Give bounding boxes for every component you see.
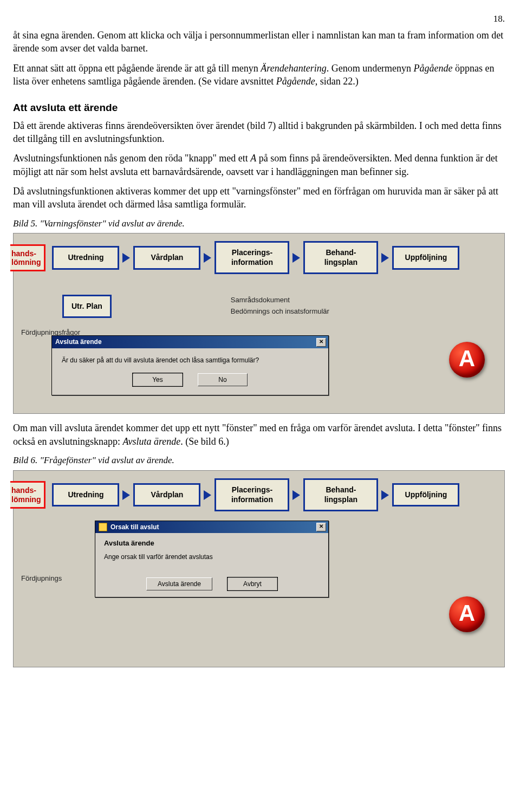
dialog-titlebar[interactable]: Avsluta ärende ✕	[52, 336, 328, 348]
arrow-icon	[292, 490, 300, 500]
screenshot-bild-5: hands- lömning Utredning Vårdplan Placer…	[13, 233, 505, 414]
paragraph-1: åt sina egna ärenden. Genom att klicka o…	[13, 29, 505, 55]
paragraph-2: Ett annat sätt att öppna ett pågående är…	[13, 62, 505, 88]
arrow-icon	[122, 490, 130, 500]
dialog-heading: Avsluta ärende	[104, 538, 320, 548]
b4-l2: lingsplan	[324, 495, 358, 504]
b3-l1: Placerings-	[232, 485, 272, 494]
arrow-icon	[292, 253, 300, 263]
avsluta-arende-button[interactable]: Avsluta ärende	[146, 577, 212, 590]
paragraph-6: Om man vill avsluta ärendet kommer det u…	[13, 421, 505, 448]
paragraph-4: Avslutningsfunktionen nås genom den röda…	[13, 152, 505, 178]
p2-i2: Pågående	[414, 63, 453, 74]
p2-d: , sidan 22.)	[315, 76, 359, 87]
flow-row: hands- lömning Utredning Vårdplan Placer…	[10, 478, 504, 511]
dialog-titlebar[interactable]: Orsak till avslut ✕	[95, 521, 328, 533]
section-heading: Att avsluta ett ärende	[13, 101, 505, 115]
close-icon[interactable]: ✕	[316, 523, 326, 531]
p2-b: . Genom undermenyn	[327, 63, 414, 74]
dialog-title: Avsluta ärende	[55, 337, 102, 346]
dialog-message: Är du säker på att du vill avsluta ärend…	[62, 356, 318, 365]
b3-l2: information	[231, 258, 273, 267]
dialog-buttons: Avsluta ärende Avbryt	[95, 577, 328, 590]
dialog-orsak-till-avslut: Orsak till avslut ✕ Avsluta ärende Ange …	[95, 521, 329, 597]
arrow-icon	[204, 490, 211, 500]
b4-l1: Behand-	[326, 485, 356, 494]
flow-box-vardplan[interactable]: Vårdplan	[133, 246, 200, 270]
b3-l1: Placerings-	[232, 248, 272, 257]
arrow-icon	[381, 253, 389, 263]
side-labels: Samrådsdokument Bedömnings och insatsfor…	[231, 295, 329, 316]
avsluta-red-button[interactable]: A	[449, 596, 485, 632]
cut-l1: hands-	[11, 249, 36, 258]
p6-b: . (Se bild 6.)	[180, 436, 229, 447]
yes-button[interactable]: Yes	[133, 373, 183, 386]
p2-i3: Pågående	[276, 76, 315, 87]
flow-box-behandlingsplan[interactable]: Behand- lingsplan	[303, 241, 378, 274]
b3-l2: information	[231, 495, 273, 504]
arrow-icon	[122, 253, 130, 263]
flow-box-placeringsinformation[interactable]: Placerings- information	[214, 241, 289, 274]
p2-i1: Ärendehantering	[261, 63, 326, 74]
flow-box-handslomning[interactable]: hands- lömning	[10, 481, 46, 508]
caption-bild-5: Bild 5. "Varningsfönster" vid avslut av …	[13, 218, 505, 230]
dialog-body: Är du säker på att du vill avsluta ärend…	[52, 348, 328, 395]
b4-l1: Behand-	[326, 248, 356, 257]
flow-box-vardplan[interactable]: Vårdplan	[133, 483, 200, 507]
dialog-subtext: Ange orsak till varför ärendet avslutas	[104, 553, 320, 561]
no-button[interactable]: No	[198, 373, 248, 386]
arrow-icon	[381, 490, 389, 500]
p6-i1: Avsluta ärende	[122, 436, 180, 447]
caption-bild-6: Bild 6. "Frågefönster" vid avslut av äre…	[13, 454, 505, 467]
paragraph-5: Då avslutningsfunktionen aktiveras komme…	[13, 185, 505, 211]
cut-l2: lömning	[11, 495, 41, 504]
arrow-icon	[204, 253, 211, 263]
flow-box-behandlingsplan[interactable]: Behand- lingsplan	[303, 478, 378, 511]
flow-box-handslomning[interactable]: hands- lömning	[10, 244, 46, 271]
avsluta-red-button[interactable]: A	[449, 342, 485, 378]
side-l2: Bedömnings och insatsformulär	[231, 306, 329, 317]
app-icon	[99, 523, 107, 531]
p6-a: Om man vill avsluta ärendet kommer det u…	[13, 423, 502, 446]
flow-box-utr-plan[interactable]: Utr. Plan	[62, 295, 112, 318]
dialog-avsluta-arende: Avsluta ärende ✕ Är du säker på att du v…	[51, 335, 329, 395]
dialog-title: Orsak till avslut	[110, 523, 159, 531]
p4-i1: A	[250, 153, 256, 164]
flow-box-uppfoljning[interactable]: Uppföljning	[392, 483, 459, 507]
flow-row: hands- lömning Utredning Vårdplan Placer…	[10, 241, 504, 274]
screenshot-bild-6: hands- lömning Utredning Vårdplan Placer…	[13, 470, 505, 667]
flow-box-utredning[interactable]: Utredning	[52, 246, 119, 270]
close-icon[interactable]: ✕	[316, 338, 326, 347]
b4-l2: lingsplan	[324, 258, 358, 267]
page-number: 18.	[13, 13, 505, 25]
p2-a: Ett annat sätt att öppna ett pågående är…	[13, 63, 261, 74]
paragraph-3: Då ett ärende aktiveras finns ärendeöver…	[13, 119, 505, 146]
flow-box-placeringsinformation[interactable]: Placerings- information	[214, 478, 289, 511]
dialog-buttons: Yes No	[62, 373, 318, 386]
side-l1: Samrådsdokument	[231, 295, 329, 306]
cut-l2: lömning	[11, 258, 41, 267]
flow-box-utredning[interactable]: Utredning	[52, 483, 119, 507]
flow-box-uppfoljning[interactable]: Uppföljning	[392, 246, 459, 270]
avbryt-button[interactable]: Avbryt	[227, 577, 277, 590]
p4-a: Avslutningsfunktionen nås genom den röda…	[13, 153, 250, 164]
label-fordjupnings: Fördjupnings	[21, 574, 62, 583]
flow-row-2: Utr. Plan Samrådsdokument Bedömnings och…	[62, 295, 504, 318]
cut-l1: hands-	[11, 486, 36, 495]
